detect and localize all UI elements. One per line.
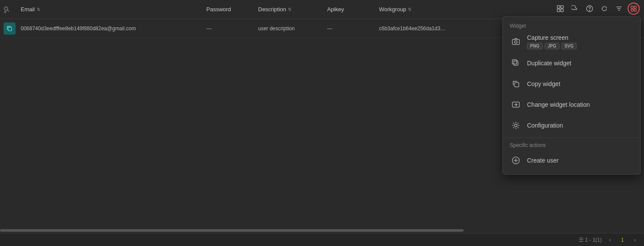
- col-apikey-header: Apikey: [327, 6, 379, 13]
- scrollbar-thumb[interactable]: [0, 229, 464, 232]
- svg-rect-8: [631, 9, 633, 11]
- configuration-icon: [510, 119, 522, 131]
- specific-actions-title: Specific actions: [503, 140, 640, 150]
- capture-badges: PNG JPG SVG: [527, 43, 577, 49]
- refresh-icon[interactable]: [598, 3, 610, 15]
- svg-rect-12: [512, 39, 519, 45]
- col-workgroup-header[interactable]: Workgroup ⇅: [379, 6, 448, 13]
- widget-section-title: Widget: [503, 20, 640, 31]
- menu-divider: [503, 137, 640, 138]
- pagination-info: ☰ 1 - 1(1): [579, 237, 602, 243]
- col-email-header[interactable]: Email ⇅: [21, 6, 206, 13]
- configuration-item[interactable]: Configuration: [503, 115, 640, 136]
- change-widget-location-label: Change widget location: [527, 101, 590, 108]
- description-sort-icon: ⇅: [288, 7, 291, 12]
- widget-dropdown-menu: Widget Capture screen PNG JPG SVG: [502, 16, 641, 175]
- svg-rect-16: [515, 83, 519, 87]
- row-workgroup: c6b3afce1b64ee256da1d3050eaf7...: [379, 26, 448, 32]
- svg-rect-15: [512, 60, 517, 64]
- duplicate-widget-label: Duplicate widget: [527, 60, 571, 67]
- workgroup-sort-icon: ⇅: [408, 7, 411, 12]
- create-user-item[interactable]: Create user: [503, 150, 640, 171]
- badge-png: PNG: [527, 43, 543, 49]
- prev-page-button[interactable]: ‹: [605, 235, 615, 245]
- current-page: 1: [618, 237, 627, 243]
- widget-menu-icon[interactable]: [628, 3, 640, 15]
- copy-widget-label: Copy widget: [527, 80, 560, 87]
- svg-rect-0: [557, 6, 560, 8]
- capture-screen-icon: [510, 36, 522, 48]
- capture-screen-item[interactable]: Capture screen PNG JPG SVG: [503, 31, 640, 53]
- svg-rect-11: [8, 27, 12, 31]
- row-copy-icon: [3, 22, 16, 35]
- svg-point-13: [515, 41, 517, 43]
- create-user-icon: [510, 154, 522, 166]
- svg-rect-3: [561, 9, 563, 12]
- change-location-icon: [510, 99, 522, 111]
- next-page-button[interactable]: ›: [630, 235, 640, 245]
- badge-svg: SVG: [562, 43, 577, 49]
- col-description-header[interactable]: Description ⇅: [258, 6, 327, 13]
- svg-rect-1: [561, 6, 563, 8]
- svg-rect-2: [557, 9, 560, 12]
- svg-rect-7: [634, 6, 636, 8]
- email-sort-icon: ⇅: [37, 7, 40, 12]
- copy-widget-icon: [510, 78, 522, 90]
- row-description: user description: [258, 26, 327, 32]
- svg-point-18: [515, 124, 517, 127]
- row-apikey: ---: [327, 26, 379, 32]
- row-password: ---: [206, 26, 258, 32]
- row-icon-cell: [3, 22, 21, 35]
- svg-point-5: [590, 10, 590, 11]
- help-icon[interactable]: [584, 3, 596, 15]
- svg-rect-9: [634, 9, 636, 11]
- svg-rect-14: [514, 61, 518, 65]
- scrollbar-track[interactable]: [0, 229, 644, 232]
- copy-widget-item[interactable]: Copy widget: [503, 73, 640, 94]
- col-password-header: Password: [206, 6, 258, 13]
- configuration-label: Configuration: [527, 122, 563, 129]
- cloud-icon[interactable]: [569, 3, 581, 15]
- duplicate-widget-icon: [510, 57, 522, 69]
- bottom-bar: ☰ 1 - 1(1) ‹ 1 ›: [0, 233, 644, 246]
- toolbar: [550, 0, 644, 17]
- capture-screen-label: Capture screen: [527, 34, 577, 41]
- row-email: 0068740d3eedfffee8eb149f880d82ea@gmail.c…: [21, 26, 206, 32]
- create-user-label: Create user: [527, 157, 559, 164]
- duplicate-widget-item[interactable]: Duplicate widget: [503, 53, 640, 73]
- change-widget-location-item[interactable]: Change widget location: [503, 94, 640, 115]
- svg-rect-6: [631, 6, 633, 8]
- grid-icon[interactable]: [554, 3, 566, 15]
- col-filter-header: [3, 6, 21, 13]
- badge-jpg: JPG: [545, 43, 559, 49]
- svg-point-10: [4, 7, 8, 10]
- filter-icon[interactable]: [613, 3, 625, 15]
